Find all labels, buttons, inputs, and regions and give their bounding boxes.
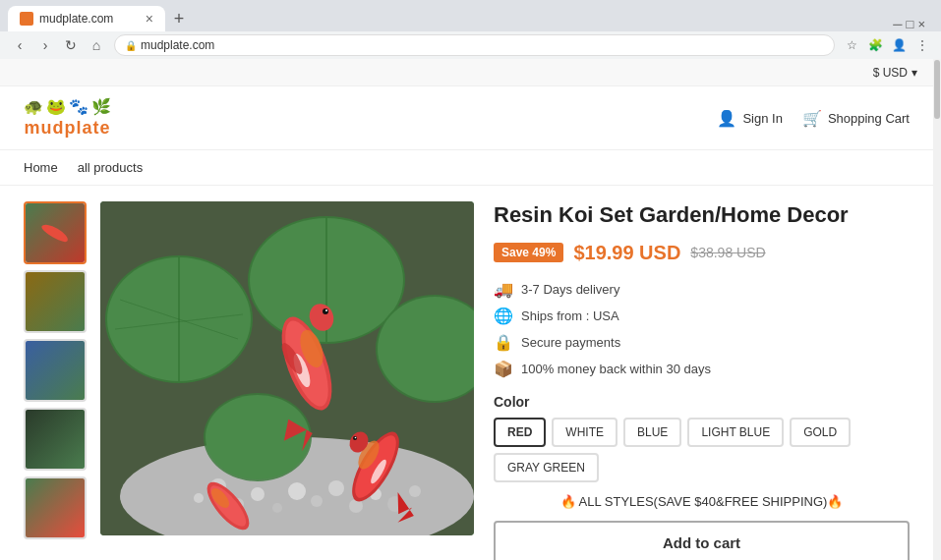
product-info: Resin Koi Set Garden/Home Decor Save 49%… xyxy=(494,201,910,543)
profile-icon[interactable]: 👤 xyxy=(888,34,910,56)
color-gold-button[interactable]: GOLD xyxy=(790,418,851,447)
nav-home[interactable]: Home xyxy=(24,160,58,175)
svg-point-33 xyxy=(325,309,327,311)
back-button[interactable]: ‹ xyxy=(8,33,31,57)
color-white-button[interactable]: WHITE xyxy=(552,418,618,447)
thumbnail-4[interactable] xyxy=(24,408,87,471)
svg-point-6 xyxy=(288,482,306,500)
new-tab-button[interactable]: + xyxy=(165,6,193,31)
sign-in-label: Sign In xyxy=(742,111,782,126)
product-title: Resin Koi Set Garden/Home Decor xyxy=(494,201,910,230)
tab-close-icon[interactable]: × xyxy=(146,12,153,26)
secure-payments-text: Secure payments xyxy=(521,335,620,350)
globe-icon: 🌐 xyxy=(494,307,513,325)
reload-button[interactable]: ↻ xyxy=(59,33,83,57)
original-price: $38.98 USD xyxy=(690,245,765,260)
nav-bar: Home all products xyxy=(0,150,933,186)
url-text: mudplate.com xyxy=(141,38,214,52)
lock-icon: 🔒 xyxy=(125,40,137,51)
delivery-icon: 🚚 xyxy=(494,280,513,299)
maximize-button[interactable]: □ xyxy=(907,17,914,31)
features-list: 🚚 3-7 Days delivery 🌐 Ships from : USA 🔒… xyxy=(494,280,910,378)
svg-point-25 xyxy=(206,395,310,479)
add-to-cart-button[interactable]: Add to cart xyxy=(494,521,910,560)
tab-favicon xyxy=(20,12,33,26)
site-logo[interactable]: 🐢 🐸 🐾 🌿 mudplate xyxy=(24,97,111,139)
delivery-feature: 🚚 3-7 Days delivery xyxy=(494,280,910,299)
svg-point-13 xyxy=(409,485,421,497)
color-gray-green-button[interactable]: GRAY GREEN xyxy=(494,453,599,482)
currency-selector[interactable]: $ USD ▾ xyxy=(873,66,917,80)
ships-from-feature: 🌐 Ships from : USA xyxy=(494,307,910,325)
money-back-feature: 📦 100% money back within 30 days xyxy=(494,360,910,378)
cart-icon: 🛒 xyxy=(802,109,822,128)
minimize-button[interactable]: ─ xyxy=(893,17,902,31)
lock-product-icon: 🔒 xyxy=(494,333,513,352)
scrollbar[interactable] xyxy=(933,59,941,560)
extensions-icon[interactable]: 🧩 xyxy=(864,34,886,56)
delivery-text: 3-7 Days delivery xyxy=(521,282,619,297)
user-icon: 👤 xyxy=(717,109,736,128)
logo-icons: 🐢 🐸 🐾 🌿 xyxy=(24,97,111,116)
ships-from-text: Ships from : USA xyxy=(521,308,619,323)
address-bar[interactable]: 🔒 mudplate.com xyxy=(114,34,835,56)
color-red-button[interactable]: RED xyxy=(494,418,546,447)
browser-tab[interactable]: mudplate.com × xyxy=(8,6,165,31)
current-price: $19.99 USD xyxy=(573,242,680,264)
color-options: RED WHITE BLUE LIGHT BLUE GOLD GRAY GREE… xyxy=(494,418,910,482)
color-label: Color xyxy=(494,394,910,410)
color-blue-button[interactable]: BLUE xyxy=(623,418,681,447)
cart-label: Shopping Cart xyxy=(828,111,910,126)
svg-point-8 xyxy=(328,480,344,496)
tab-title: mudplate.com xyxy=(39,12,140,26)
currency-text: $ USD xyxy=(873,66,908,80)
forward-button[interactable]: › xyxy=(33,33,57,57)
thumbnail-2[interactable] xyxy=(24,270,87,333)
nav-all-products[interactable]: all products xyxy=(78,160,143,175)
header-actions: 👤 Sign In 🛒 Shopping Cart xyxy=(717,109,910,128)
main-product-image xyxy=(100,201,474,535)
thumbnail-list xyxy=(24,201,92,543)
svg-point-4 xyxy=(251,487,265,501)
thumbnail-3[interactable] xyxy=(24,339,87,402)
svg-point-5 xyxy=(272,503,282,513)
site-header: 🐢 🐸 🐾 🌿 mudplate 👤 Sign In 🛒 Shopping Ca… xyxy=(0,86,933,150)
top-bar: $ USD ▾ xyxy=(0,59,933,86)
promo-banner: 🔥 ALL STYLES(SAVE $40&FREE SHIPPING)🔥 xyxy=(494,494,910,509)
logo-text: mudplate xyxy=(24,118,110,139)
scrollbar-thumb[interactable] xyxy=(934,60,940,119)
box-icon: 📦 xyxy=(494,360,513,378)
home-nav-button[interactable]: ⌂ xyxy=(85,33,108,57)
menu-icon[interactable]: ⋮ xyxy=(912,34,933,56)
svg-point-32 xyxy=(323,308,328,314)
thumbnail-5[interactable] xyxy=(24,476,87,539)
bookmark-icon[interactable]: ☆ xyxy=(841,34,862,56)
currency-arrow-icon: ▾ xyxy=(912,66,917,80)
close-window-button[interactable]: × xyxy=(917,17,925,31)
save-badge: Save 49% xyxy=(494,243,563,262)
main-content: Resin Koi Set Garden/Home Decor Save 49%… xyxy=(0,186,933,559)
money-back-text: 100% money back within 30 days xyxy=(521,362,711,376)
shopping-cart-button[interactable]: 🛒 Shopping Cart xyxy=(802,109,910,128)
svg-point-12 xyxy=(194,493,204,503)
thumbnail-1[interactable] xyxy=(24,201,87,264)
sign-in-button[interactable]: 👤 Sign In xyxy=(717,109,782,128)
secure-payments-feature: 🔒 Secure payments xyxy=(494,333,910,352)
price-row: Save 49% $19.99 USD $38.98 USD xyxy=(494,242,910,264)
svg-point-7 xyxy=(311,495,323,507)
color-light-blue-button[interactable]: LIGHT BLUE xyxy=(687,418,784,447)
svg-point-42 xyxy=(355,437,357,439)
color-section: Color RED WHITE BLUE LIGHT BLUE GOLD GRA… xyxy=(494,394,910,482)
